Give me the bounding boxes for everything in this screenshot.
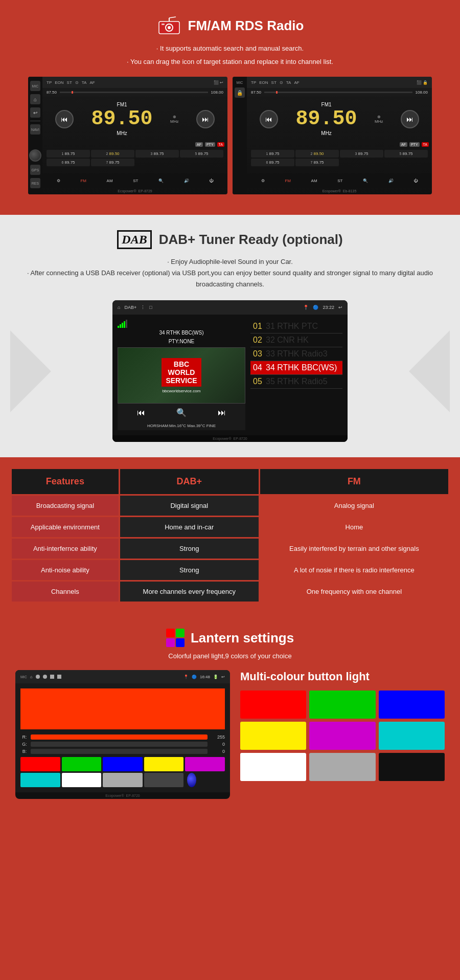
signal-bars: [118, 320, 245, 328]
lantern-header: Lantern settings: [10, 629, 450, 647]
feature-4: Anti-noise ability: [12, 560, 119, 580]
dab-val-5: More channels every frequency: [120, 582, 259, 602]
dab-thumbnail: BBC WORLD SERVICE bbcworldservice.com: [118, 347, 245, 404]
dab-ch-5[interactable]: 05 35 RTHK Radio5: [250, 375, 342, 389]
st-mode[interactable]: ST: [133, 179, 138, 183]
st-mode-2[interactable]: ST: [337, 179, 342, 183]
swatch-purple[interactable]: [185, 757, 225, 771]
display-icon-dab[interactable]: □: [149, 305, 152, 310]
sq2: [57, 675, 61, 679]
back-icon-l[interactable]: ↩: [221, 675, 225, 679]
swatch-gray[interactable]: [103, 773, 143, 787]
preset-6[interactable]: 6 89.75: [47, 159, 90, 166]
power-icon[interactable]: ⏻: [209, 179, 213, 183]
preset2-7[interactable]: 7 89.75: [295, 159, 339, 166]
bbc-logo: BBC WORLD SERVICE: [162, 358, 201, 387]
color-swatches: [20, 757, 225, 787]
r-bar-fill[interactable]: [31, 734, 208, 740]
color-cell-cyan: [379, 722, 445, 750]
dab-search[interactable]: 🔍: [176, 408, 187, 417]
fm-mode-2[interactable]: FM: [285, 179, 291, 183]
swatch-yellow[interactable]: [144, 757, 184, 771]
dab-ch-4[interactable]: 04 34 RTHK BBC(WS): [250, 361, 342, 375]
feature-1: Broadcasting signal: [12, 496, 119, 516]
bbc-line2: WORLD: [166, 368, 197, 376]
volume-icon[interactable]: 🔊: [184, 179, 189, 183]
dab-pty: PTY:NONE: [118, 339, 245, 344]
fm-mode[interactable]: FM: [80, 179, 86, 183]
bbc-line3: SERVICE: [166, 376, 197, 385]
dab-ch-2[interactable]: 02 32 CNR HK: [250, 333, 342, 347]
preset2-5[interactable]: 5 89.75: [384, 150, 428, 158]
eq-icon-2[interactable]: ⚙: [261, 179, 265, 183]
fmam-bullet1: · It supports automatic search and manua…: [10, 43, 450, 54]
preset-5[interactable]: 5 89.75: [180, 150, 223, 158]
swatch-darkgray[interactable]: [144, 773, 184, 787]
swatch-blue[interactable]: [103, 757, 143, 771]
preset2-1[interactable]: 1 89.75: [251, 150, 294, 158]
volume-icon-2[interactable]: 🔊: [388, 179, 394, 183]
swatch-white[interactable]: [62, 773, 102, 787]
lantern-sq-red: [166, 629, 175, 637]
dab-time: 23:22: [323, 305, 334, 310]
volume-knob[interactable]: [29, 149, 41, 162]
color-cell-purple: [309, 722, 375, 750]
am-mode[interactable]: AM: [107, 179, 113, 183]
back-icon-dab[interactable]: ↩: [338, 305, 342, 310]
battery-icon-l: 🔋: [213, 675, 218, 679]
dab-prev[interactable]: ⏮: [137, 408, 145, 417]
fm-screen-2: MIC 🔒 TPEONST⊙TAAF ⬛ 🔒 87.50 108.00: [233, 77, 432, 194]
prev-btn-2[interactable]: ⏮: [260, 110, 278, 128]
next-btn-2[interactable]: ⏭: [401, 110, 419, 128]
preset2-6[interactable]: 6 89.75: [251, 159, 294, 166]
fm-val-4: A lot of nosie if there is radio interfe…: [260, 560, 448, 580]
dab-bullet1: · Enjoy Audiophile-level Sound in your C…: [10, 256, 450, 268]
preset-7[interactable]: 7 89.75: [91, 159, 134, 166]
dab-mode-label: DAB+: [124, 305, 136, 310]
r-val: 255: [210, 734, 225, 740]
fm-val-3: Easily interfered by terrain and other s…: [260, 539, 448, 559]
dab-title: DAB+ Tuner Ready (optional): [159, 232, 343, 248]
navi-label: NAVI: [30, 124, 40, 135]
pty-tag-2: PTY: [409, 142, 420, 147]
next-btn[interactable]: ⏭: [196, 110, 215, 128]
dab-ch-3[interactable]: 03 33 RTHK Radio3: [250, 347, 342, 361]
fm-options: ⊕MHz: [170, 115, 178, 124]
swatch-red[interactable]: [20, 757, 60, 771]
preset-3[interactable]: 3 89.75: [135, 150, 179, 158]
preset-2[interactable]: 2 89.50: [91, 150, 134, 158]
back-icon[interactable]: ↩: [30, 107, 40, 118]
preset2-3[interactable]: 3 89.75: [340, 150, 383, 158]
fm-main: ⏮ FM1 89.50 MHz ⊕MHz ⏭: [42, 97, 227, 141]
mic-label-lantern: MIC: [20, 675, 27, 679]
left-arrow: [10, 330, 51, 412]
th-dab: DAB+: [120, 469, 259, 494]
dab-next[interactable]: ⏭: [218, 408, 226, 417]
eq-icon[interactable]: ⚙: [57, 179, 60, 183]
swatch-cyan[interactable]: [20, 773, 60, 787]
color-picker-circle[interactable]: [187, 773, 196, 787]
am-mode-2[interactable]: AM: [311, 179, 317, 183]
prev-btn[interactable]: ⏮: [55, 110, 74, 128]
fm-top-bar-2: TPEONST⊙TAAF ⬛ 🔒: [247, 77, 432, 88]
search-icon-2[interactable]: 🔍: [363, 179, 368, 183]
dab-ch-1[interactable]: 01 31 RTHK PTC: [250, 320, 342, 333]
preset2-2[interactable]: 2 89.50: [295, 150, 339, 158]
search-icon[interactable]: 🔍: [158, 179, 164, 183]
dab-section: DAB DAB+ Tuner Ready (optional) · Enjoy …: [0, 215, 460, 457]
preset-1[interactable]: 1 89.75: [47, 150, 90, 158]
home-icon-dab[interactable]: ⌂: [118, 305, 120, 310]
swatch-green[interactable]: [62, 757, 102, 771]
af-tag: AF: [195, 142, 203, 147]
menu-icon-dab[interactable]: ⋮: [141, 305, 145, 310]
dab-val-2: Home and in-car: [120, 517, 259, 537]
ta-tag: TA: [217, 142, 224, 147]
table-row-5: Channels More channels every frequency O…: [12, 582, 448, 602]
home-icon[interactable]: ⌂: [30, 94, 40, 104]
svg-rect-3: [162, 24, 165, 25]
home-icon-lantern[interactable]: ⌂: [30, 675, 33, 679]
power-icon-2[interactable]: ⏻: [413, 179, 418, 183]
color-grid: [240, 691, 445, 781]
r-label: R:: [20, 734, 29, 740]
th-fm: FM: [260, 469, 448, 494]
